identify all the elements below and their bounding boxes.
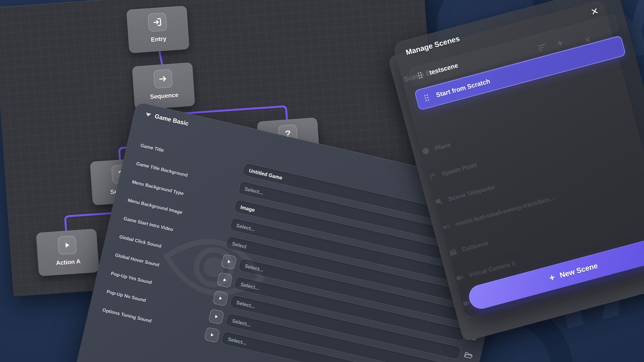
- node-label: Entry: [151, 35, 166, 43]
- close-icon[interactable]: ✕: [590, 5, 600, 18]
- node-sequence[interactable]: Sequence: [132, 62, 195, 110]
- node-label: Sequence: [150, 92, 179, 101]
- collapse-icon[interactable]: [145, 112, 151, 117]
- play-sound-button[interactable]: [212, 290, 228, 306]
- scene-name: Start from Scratch: [435, 77, 491, 99]
- new-scene-label: New Scene: [559, 261, 599, 280]
- play-sound-button[interactable]: [217, 272, 233, 288]
- scene-name: testscene: [429, 62, 459, 76]
- modal-title: Manage Scenes: [405, 34, 461, 57]
- drag-handle-icon[interactable]: [417, 71, 423, 79]
- node-action-a[interactable]: Action A: [36, 229, 99, 276]
- play-icon: [57, 236, 77, 255]
- play-sound-button[interactable]: [221, 254, 237, 270]
- play-sound-button[interactable]: [208, 309, 224, 325]
- enter-icon: [148, 12, 167, 32]
- folder-icon[interactable]: [463, 350, 474, 361]
- section-header[interactable]: Game Basic: [145, 111, 189, 127]
- drag-handle-icon[interactable]: [424, 94, 430, 102]
- node-entry[interactable]: Entry: [126, 6, 190, 53]
- arrow-right-icon: [153, 69, 173, 88]
- play-sound-button[interactable]: [204, 327, 220, 343]
- node-label: Action A: [56, 258, 81, 267]
- plus-icon: +: [548, 273, 556, 283]
- section-title: Game Basic: [154, 113, 189, 127]
